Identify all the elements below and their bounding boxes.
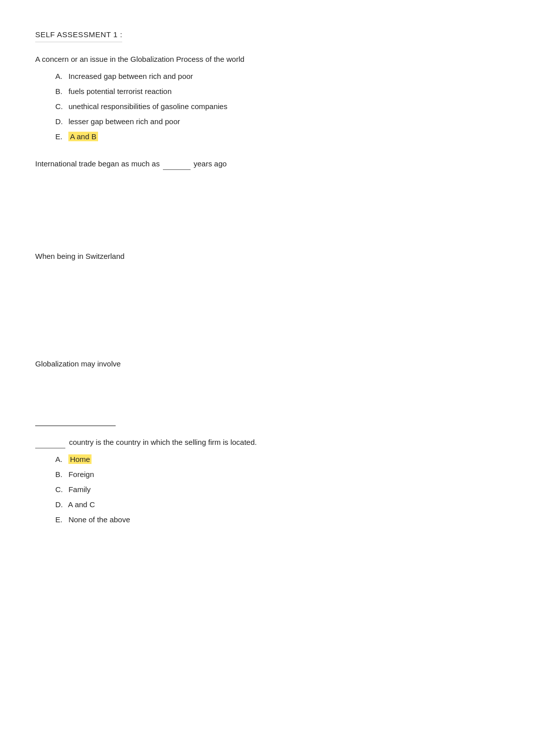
option-5e: E. None of the above bbox=[55, 514, 499, 526]
option-text-1a: Increased gap between rich and poor bbox=[68, 72, 193, 80]
question-1-text: A concern or an issue in the Globalizati… bbox=[35, 53, 499, 65]
title-section: SELF ASSESSMENT 1 : bbox=[35, 30, 122, 42]
question-5-block: country is the country in which the sell… bbox=[35, 436, 499, 526]
option-text-1b: fuels potential terrorist reaction bbox=[68, 87, 171, 96]
option-label-1e: E. bbox=[55, 131, 66, 143]
option-label-1d: D. bbox=[55, 116, 66, 128]
question-2-text: International trade began as much as yea… bbox=[35, 158, 499, 170]
question-2-blank bbox=[163, 169, 191, 170]
option-label-1c: C. bbox=[55, 101, 66, 113]
question-3-gap bbox=[35, 277, 499, 358]
option-text-5e: None of the above bbox=[68, 515, 130, 524]
option-text-1e: A and B bbox=[68, 132, 98, 141]
question-4-block: Globalization may involve bbox=[35, 358, 499, 370]
option-text-5d: A and C bbox=[68, 500, 95, 509]
question-4-text: Globalization may involve bbox=[35, 358, 499, 370]
option-1c: C. unethical responsibilities of gasolin… bbox=[55, 101, 499, 113]
option-text-5a: Home bbox=[68, 454, 92, 464]
option-5b: B. Foreign bbox=[55, 468, 499, 481]
option-label-5e: E. bbox=[55, 514, 66, 526]
option-label-5d: D. bbox=[55, 499, 66, 511]
question-1-block: A concern or an issue in the Globalizati… bbox=[35, 53, 499, 143]
option-label-1a: A. bbox=[55, 70, 66, 82]
question-1-options: A. Increased gap between rich and poor B… bbox=[55, 70, 499, 143]
question-5-options: A. Home B. Foreign C. Family D. A and C … bbox=[55, 453, 499, 526]
option-1b: B. fuels potential terrorist reaction bbox=[55, 85, 499, 98]
option-1a: A. Increased gap between rich and poor bbox=[55, 70, 499, 82]
option-1d: D. lesser gap between rich and poor bbox=[55, 116, 499, 128]
question-5-text: country is the country in which the sell… bbox=[35, 436, 499, 448]
option-5c: C. Family bbox=[55, 484, 499, 496]
underline-bar bbox=[35, 425, 116, 426]
option-5a: A. Home bbox=[55, 453, 499, 465]
option-text-1c: unethical responsibilities of gasoline c… bbox=[68, 102, 227, 111]
question-2-block: International trade began as much as yea… bbox=[35, 158, 499, 170]
question-2-after: years ago bbox=[194, 159, 227, 168]
option-text-1d: lesser gap between rich and poor bbox=[68, 117, 180, 126]
option-label-1b: B. bbox=[55, 85, 66, 98]
option-label-5c: C. bbox=[55, 484, 66, 496]
option-label-5b: B. bbox=[55, 468, 66, 481]
question-2-before: International trade began as much as bbox=[35, 159, 160, 168]
question-2-gap bbox=[35, 185, 499, 250]
option-label-5a: A. bbox=[55, 453, 66, 465]
question-5-after: country is the country in which the sell… bbox=[69, 438, 257, 446]
option-text-5c: Family bbox=[68, 485, 91, 494]
question-3-block: When being in Switzerland bbox=[35, 250, 499, 262]
question-3-text: When being in Switzerland bbox=[35, 250, 499, 262]
option-1e: E. A and B bbox=[55, 131, 499, 143]
option-text-5b: Foreign bbox=[68, 470, 94, 479]
option-5d: D. A and C bbox=[55, 499, 499, 511]
question-5-blank bbox=[35, 448, 65, 448]
page-title: SELF ASSESSMENT 1 : bbox=[35, 30, 122, 39]
